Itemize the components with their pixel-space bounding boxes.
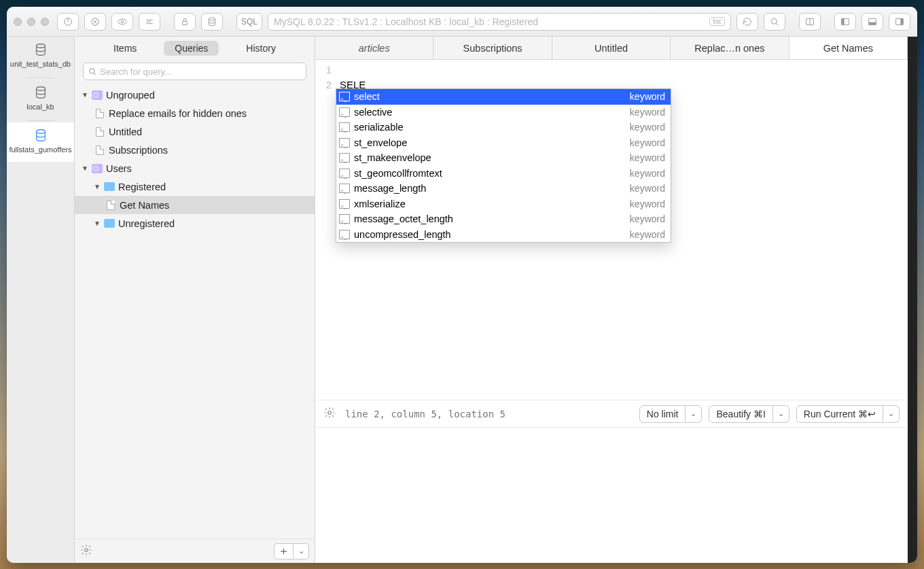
panel-left-button[interactable]: [834, 13, 856, 31]
sidebar-tabs: Items Queries History: [75, 37, 315, 60]
rail-db-0[interactable]: unit_test_stats_db: [7, 37, 74, 76]
autocomplete-kind: keyword: [630, 150, 665, 165]
gear-icon[interactable]: [80, 544, 92, 558]
autocomplete-item[interactable]: selectkeyword: [336, 89, 671, 105]
autocomplete-kind: keyword: [630, 89, 665, 104]
close-window-button[interactable]: [14, 18, 22, 26]
doc-tab-get-names[interactable]: Get Names: [789, 37, 908, 59]
tree-item-get-names[interactable]: Get Names: [75, 196, 315, 214]
svg-rect-9: [183, 21, 188, 24]
right-collapsed-panel[interactable]: [908, 37, 917, 563]
tab-items[interactable]: Items: [103, 41, 147, 56]
rail-db-2[interactable]: fullstats_gumoffers: [7, 122, 74, 162]
folder-icon: [92, 90, 103, 100]
lock-button[interactable]: [174, 13, 196, 31]
keyword-icon: [339, 138, 350, 148]
tree-label: Untitled: [109, 126, 142, 137]
code-line-1: [340, 63, 908, 77]
folder-icon: [104, 219, 115, 228]
limit-button[interactable]: No limit: [639, 405, 686, 423]
svg-point-23: [36, 130, 45, 134]
code-body[interactable]: SELE selectkeywordselectivekeywordserial…: [336, 60, 908, 400]
rail-db-1[interactable]: local_kb: [7, 80, 74, 119]
autocomplete-item[interactable]: message_lengthkeyword: [336, 181, 671, 196]
autocomplete-item[interactable]: uncompressed_lengthkeyword: [336, 227, 671, 243]
query-tree: ▼ Ungrouped Replace emails for hidden on…: [75, 83, 315, 538]
autocomplete-kind: keyword: [630, 135, 665, 150]
tree-label: Registered: [118, 182, 166, 192]
tree-label: Users: [106, 163, 132, 174]
lines-button[interactable]: [139, 13, 160, 31]
gutter-line: 2: [315, 77, 332, 92]
autocomplete-item[interactable]: serializablekeyword: [336, 120, 671, 135]
tree-item-replace-emails[interactable]: Replace emails for hidden ones: [75, 104, 315, 122]
tab-history[interactable]: History: [235, 41, 287, 56]
panel-bottom-button[interactable]: [861, 13, 883, 31]
file-icon: [96, 127, 104, 137]
autocomplete-item[interactable]: st_makeenvelopekeyword: [336, 150, 671, 166]
folder-icon: [104, 182, 115, 191]
run-button[interactable]: Run Current ⌘↩: [796, 405, 883, 423]
keyword-icon: [339, 107, 350, 117]
limit-menu-button[interactable]: ⌄: [686, 405, 702, 423]
sql-button[interactable]: SQL: [236, 13, 262, 31]
svg-point-10: [209, 18, 215, 20]
tab-queries[interactable]: Queries: [164, 41, 219, 56]
autocomplete-item[interactable]: message_octet_lengthkeyword: [336, 211, 671, 227]
autocomplete-keyword: xmlserialize: [354, 196, 630, 211]
autocomplete-item[interactable]: st_envelopekeyword: [336, 135, 671, 151]
autocomplete-item[interactable]: xmlserializekeyword: [336, 196, 671, 212]
layout-columns-button[interactable]: [799, 13, 821, 31]
keyword-icon: [339, 230, 350, 239]
rail-db-label: fullstats_gumoffers: [9, 145, 71, 154]
gear-icon[interactable]: [323, 407, 336, 421]
tree-group-users[interactable]: ▼ Users: [75, 159, 315, 177]
search-input[interactable]: [100, 67, 302, 77]
refresh-button[interactable]: [736, 13, 758, 31]
limit-button-group: No limit ⌄: [639, 405, 703, 423]
autocomplete-kind: keyword: [630, 227, 665, 242]
power-button[interactable]: [57, 13, 79, 31]
tree-subgroup-unregistered[interactable]: ▼ Unregistered: [75, 214, 315, 232]
stop-button[interactable]: [84, 13, 106, 31]
beautify-button[interactable]: Beautify ⌘I: [709, 405, 772, 423]
doc-tab-subscriptions[interactable]: Subscriptions: [433, 37, 552, 59]
run-menu-button[interactable]: ⌄: [883, 405, 900, 423]
db-button[interactable]: [201, 13, 223, 31]
connection-path-field[interactable]: MySQL 8.0.22 : TLSv1.2 : Localhost KB : …: [268, 13, 731, 31]
database-icon: [33, 85, 48, 100]
doc-tab-untitled[interactable]: Untitled: [552, 37, 671, 59]
disclosure-icon: ▼: [82, 91, 88, 99]
tree-subgroup-registered[interactable]: ▼ Registered: [75, 177, 315, 196]
tree-item-subscriptions[interactable]: Subscriptions: [75, 141, 315, 159]
autocomplete-item[interactable]: selectivekeyword: [336, 105, 671, 120]
code-editor[interactable]: 1 2 SELE selectkeywordselectivekeywordse…: [315, 60, 908, 400]
doc-tab-replace[interactable]: Replac…n ones: [671, 37, 789, 59]
tree-group-ungrouped[interactable]: ▼ Ungrouped: [75, 86, 315, 104]
document-tabs: articles Subscriptions Untitled Replac…n…: [315, 37, 908, 60]
search-icon: [88, 67, 97, 76]
search-box[interactable]: [83, 63, 306, 80]
editor-status-bar: line 2, column 5, location 5 No limit ⌄ …: [315, 400, 908, 427]
autocomplete-keyword: select: [354, 89, 630, 104]
add-menu-button[interactable]: ⌄: [293, 543, 309, 559]
autocomplete-kind: keyword: [630, 196, 665, 211]
doc-tab-articles[interactable]: articles: [315, 37, 433, 59]
sidebar-footer: ＋ ⌄: [75, 538, 315, 563]
keyword-icon: [339, 153, 350, 162]
panel-right-button[interactable]: [889, 13, 910, 31]
gutter-line: 1: [315, 63, 332, 77]
add-button[interactable]: ＋: [274, 543, 293, 559]
search-button[interactable]: [764, 13, 785, 31]
autocomplete-item[interactable]: st_geomcollfromtextkeyword: [336, 166, 671, 182]
minimize-window-button[interactable]: [27, 18, 35, 26]
file-icon: [96, 145, 104, 155]
rail-db-label: local_kb: [26, 103, 54, 111]
tree-label: Ungrouped: [106, 90, 155, 101]
eye-button[interactable]: [111, 13, 133, 31]
zoom-window-button[interactable]: [41, 18, 49, 26]
tree-item-untitled[interactable]: Untitled: [75, 122, 315, 141]
main-content: unit_test_stats_db local_kb fullstats_gu…: [7, 37, 917, 563]
disclosure-icon: ▼: [94, 220, 101, 227]
beautify-menu-button[interactable]: ⌄: [773, 405, 789, 423]
